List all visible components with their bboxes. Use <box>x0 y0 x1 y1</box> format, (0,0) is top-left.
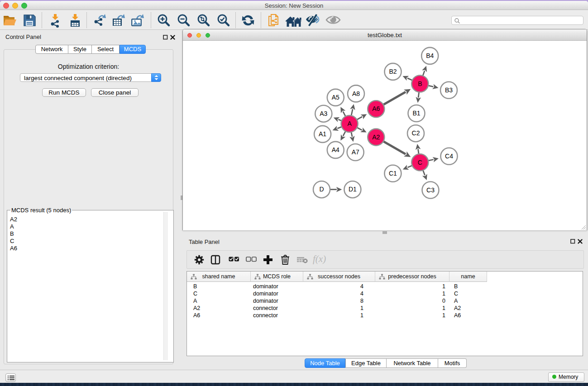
svg-text:B4: B4 <box>426 52 434 59</box>
svg-text:C: C <box>418 159 422 166</box>
svg-text:A1: A1 <box>319 130 326 138</box>
svg-text:A4: A4 <box>332 146 339 153</box>
svg-text:C1: C1 <box>389 170 397 177</box>
svg-text:A: A <box>347 120 352 127</box>
svg-text:A6: A6 <box>372 105 380 112</box>
svg-text:A3: A3 <box>320 110 327 117</box>
svg-text:B: B <box>418 80 422 87</box>
svg-text:D1: D1 <box>349 186 357 193</box>
svg-text:D: D <box>319 186 324 193</box>
svg-text:A2: A2 <box>372 133 380 141</box>
svg-text:C3: C3 <box>426 186 435 194</box>
svg-text:C2: C2 <box>412 129 420 137</box>
svg-text:C4: C4 <box>445 152 453 160</box>
svg-text:A7: A7 <box>352 148 359 156</box>
svg-text:A8: A8 <box>352 90 360 97</box>
svg-text:A5: A5 <box>332 94 339 101</box>
svg-text:B1: B1 <box>412 110 420 117</box>
svg-text:B2: B2 <box>389 68 397 75</box>
svg-text:B3: B3 <box>445 86 453 94</box>
